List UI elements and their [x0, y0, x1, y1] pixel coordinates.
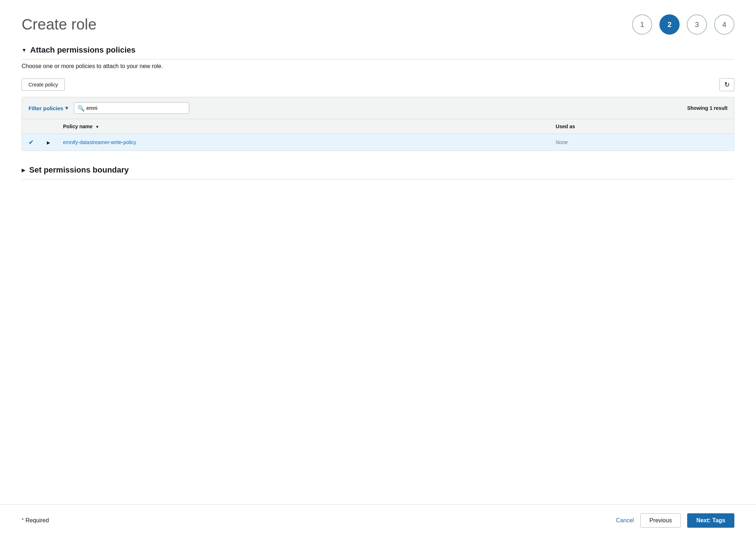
filter-chevron-icon: ▾ — [65, 105, 68, 111]
policy-name-cell: emnify-datastreamer-write-policy — [57, 134, 549, 151]
step-4[interactable]: 4 — [714, 14, 734, 35]
next-button[interactable]: Next: Tags — [687, 513, 734, 528]
checkbox-checked-icon: ✔ — [28, 139, 34, 146]
boundary-collapse-icon[interactable]: ▶ — [22, 167, 26, 173]
required-asterisk: * — [22, 517, 24, 523]
section-description: Choose one or more policies to attach to… — [22, 63, 734, 70]
create-policy-button[interactable]: Create policy — [22, 79, 65, 91]
sort-icon: ▼ — [95, 125, 99, 129]
previous-button[interactable]: Previous — [640, 513, 681, 528]
used-as-header: Used as — [549, 119, 734, 134]
table-header: Policy name ▼ Used as — [22, 119, 734, 134]
boundary-title: Set permissions boundary — [29, 165, 129, 175]
expand-arrow-icon: ▶ — [47, 140, 50, 145]
search-container: 🔍 — [74, 102, 189, 114]
step-1[interactable]: 1 — [632, 14, 652, 35]
boundary-section-header: ▶ Set permissions boundary — [22, 165, 734, 179]
section-collapse-icon[interactable]: ▼ — [22, 47, 27, 53]
footer-actions: Cancel Previous Next: Tags — [616, 513, 734, 528]
policies-table: Policy name ▼ Used as ✔ ▶ — [22, 119, 734, 151]
step-2[interactable]: 2 — [659, 14, 680, 35]
footer: * Required Cancel Previous Next: Tags — [0, 504, 756, 536]
page-title: Create role — [22, 16, 97, 33]
filter-policies-label: Filter policies — [28, 105, 63, 111]
checkbox-header — [22, 119, 40, 134]
attach-permissions-section-header: ▼ Attach permissions policies — [22, 45, 734, 59]
used-as-cell: None — [549, 134, 734, 151]
search-icon: 🔍 — [77, 105, 85, 112]
attach-permissions-title: Attach permissions policies — [30, 45, 135, 55]
policies-toolbar: Create policy ↻ — [22, 78, 734, 91]
row-checkbox-cell[interactable]: ✔ — [22, 134, 40, 151]
filter-bar: Filter policies ▾ 🔍 Showing 1 result — [22, 97, 734, 119]
refresh-button[interactable]: ↻ — [719, 78, 734, 91]
cancel-button[interactable]: Cancel — [616, 517, 634, 524]
results-count: Showing 1 result — [687, 105, 728, 111]
filter-policies-button[interactable]: Filter policies ▾ — [28, 105, 68, 111]
policies-table-container: Filter policies ▾ 🔍 Showing 1 result Pol… — [22, 97, 734, 151]
used-as-value: None — [556, 139, 568, 145]
refresh-icon: ↻ — [724, 81, 730, 89]
step-indicators: 1 2 3 4 — [632, 14, 734, 35]
page-header: Create role 1 2 3 4 — [22, 14, 734, 35]
step-3[interactable]: 3 — [687, 14, 707, 35]
expand-header — [40, 119, 57, 134]
row-expand-cell[interactable]: ▶ — [40, 134, 57, 151]
table-body: ✔ ▶ emnify-datastreamer-write-policy Non… — [22, 134, 734, 151]
boundary-section: ▶ Set permissions boundary — [22, 165, 734, 179]
policy-name-header[interactable]: Policy name ▼ — [57, 119, 549, 134]
table-row: ✔ ▶ emnify-datastreamer-write-policy Non… — [22, 134, 734, 151]
required-label: * Required — [22, 517, 49, 524]
filter-left: Filter policies ▾ 🔍 — [28, 102, 189, 114]
search-input[interactable] — [74, 102, 189, 114]
policy-name-link[interactable]: emnify-datastreamer-write-policy — [63, 139, 136, 145]
